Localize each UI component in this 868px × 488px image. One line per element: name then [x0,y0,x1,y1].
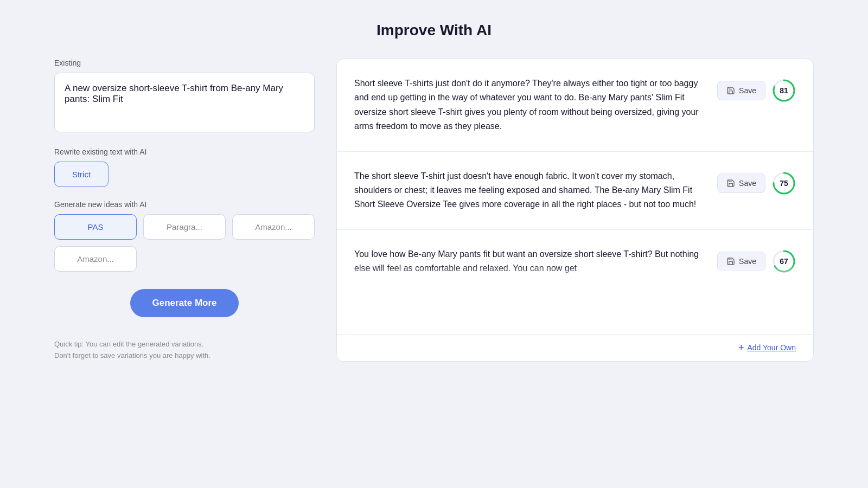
save-button-1[interactable]: Save [717,81,765,100]
add-your-own-row: + Add Your Own [337,334,813,361]
save-icon-2 [726,179,735,188]
variation-actions-1: Save 81 [717,79,796,102]
generate-ideas-section: Generate new ideas with AI PAS Paragra..… [54,200,315,272]
variation-actions-3: Save 67 [717,249,796,273]
variation-text-1: Short sleeve T-shirts just don't do it a… [354,76,706,134]
quick-tip-line2: Don't forget to save variations you are … [54,350,315,362]
save-icon-1 [726,86,735,95]
save-label-3: Save [739,257,756,266]
page-title: Improve With AI [376,22,492,39]
score-value-1: 81 [780,86,788,95]
save-button-2[interactable]: Save [717,174,765,193]
idea-option-amazon2[interactable]: Amazon... [54,246,137,272]
variation-actions-2: Save 75 [717,171,796,195]
rewrite-option-strict[interactable]: Strict [54,162,108,187]
score-circle-2: 75 [772,171,796,195]
add-your-own-button[interactable]: Add Your Own [747,343,796,352]
rewrite-options: Strict [54,162,315,187]
save-button-3[interactable]: Save [717,252,765,271]
left-panel: Existing A new oversize short-sleeve T-s… [54,59,315,362]
generate-ideas-row2: Amazon... [54,246,315,272]
save-label-2: Save [739,179,756,188]
rewrite-label: Rewrite existing text with AI [54,147,315,156]
quick-tip: Quick tip: You can edit the generated va… [54,317,315,362]
right-panel: Short sleeve T-shirts just don't do it a… [336,59,814,362]
idea-option-amazon1[interactable]: Amazon... [232,214,315,240]
idea-option-pas[interactable]: PAS [54,214,137,240]
variation-card-1: Short sleeve T-shirts just don't do it a… [337,59,813,152]
score-value-3: 67 [780,257,788,266]
save-icon-3 [726,257,735,266]
score-value-2: 75 [780,179,788,188]
variation-card-2: The short sleeve T-shirt just doesn't ha… [337,152,813,230]
score-circle-1: 81 [772,79,796,102]
save-label-1: Save [739,86,756,95]
generate-ideas-row1: PAS Paragra... Amazon... [54,214,315,240]
generate-ideas-label: Generate new ideas with AI [54,200,315,209]
variation-text-2: The short sleeve T-shirt just doesn't ha… [354,169,706,212]
variation-text-3: You love how Be-any Mary pants fit but w… [354,247,706,276]
score-circle-3: 67 [772,249,796,273]
quick-tip-line1: Quick tip: You can edit the generated va… [54,339,315,350]
generate-more-button[interactable]: Generate More [130,289,238,317]
existing-textarea[interactable]: A new oversize short-sleeve T-shirt from… [54,73,315,132]
idea-option-paragra[interactable]: Paragra... [143,214,226,240]
existing-label: Existing [54,59,315,67]
rewrite-section: Rewrite existing text with AI Strict [54,147,315,187]
variation-card-3: You love how Be-any Mary pants fit but w… [337,230,813,287]
plus-icon: + [738,342,744,354]
